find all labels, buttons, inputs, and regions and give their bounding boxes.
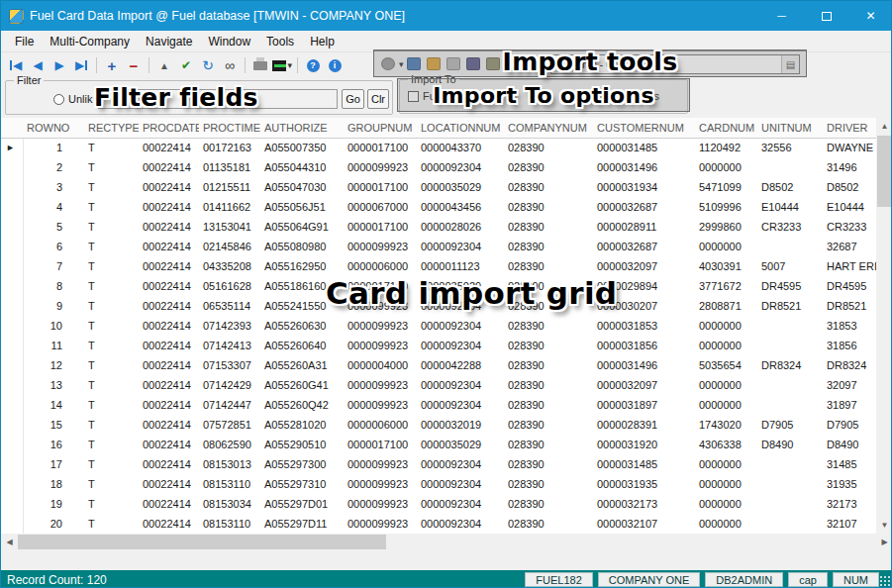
column-header-customernum[interactable]: CUSTOMERNUM (593, 118, 695, 138)
cell-cardnum[interactable]: 4030391 (695, 256, 757, 276)
folder-icon[interactable] (427, 57, 441, 70)
combo-browse-icon[interactable]: ▤ (781, 55, 799, 73)
cell-cardnum[interactable]: 0000000 (695, 336, 757, 355)
link-icon[interactable] (407, 57, 421, 70)
cell-customernum[interactable]: 0000032173 (593, 494, 695, 514)
cell-locationnum[interactable]: 0000092304 (417, 316, 504, 336)
cell-locationnum[interactable]: 0000043456 (417, 197, 504, 217)
cell-cardnum[interactable]: 3771672 (695, 276, 757, 296)
cell-companynum[interactable]: 028390 (504, 454, 593, 474)
cell-driver[interactable]: 32097 (823, 375, 876, 395)
cell-rectype[interactable]: T (84, 435, 139, 454)
cell-unitnum[interactable]: D8490 (757, 435, 823, 454)
menu-tools[interactable]: Tools (258, 33, 302, 50)
cell-driver[interactable]: D8490 (823, 435, 876, 454)
cell-authorize[interactable]: A055064G91 (260, 217, 344, 237)
cell-procdate[interactable]: 00022414 (139, 355, 199, 375)
cell-locationnum[interactable]: 0000028026 (417, 217, 504, 237)
cell-driver[interactable]: 32687 (823, 237, 876, 256)
grid-row[interactable]: 5T0002241413153041A055064G91000001710000… (1, 217, 876, 237)
cell-groupnum[interactable]: 0000099923 (344, 375, 417, 395)
cell-unitnum[interactable]: D7905 (757, 415, 823, 435)
cell-customernum[interactable]: 0000029894 (593, 276, 695, 296)
cell-rectype[interactable]: T (84, 494, 139, 514)
cell-proctime[interactable]: 04335208 (199, 256, 260, 276)
cell-authorize[interactable]: A055047030 (260, 177, 344, 197)
cell-cardnum[interactable]: 0000000 (695, 454, 757, 474)
cell-groupnum[interactable]: 0000099923 (344, 316, 417, 336)
cell-procdate[interactable]: 00022414 (139, 375, 199, 395)
row-selector[interactable] (1, 375, 23, 395)
cell-proctime[interactable]: 07572851 (199, 415, 260, 435)
gear-icon[interactable] (381, 57, 395, 70)
cell-procdate[interactable]: 00022414 (139, 237, 199, 256)
grid-row[interactable]: 2T0002241401135181A055044310000009992300… (1, 157, 876, 177)
cell-rowno[interactable]: 16 (23, 435, 84, 454)
vertical-scroll-thumb[interactable] (877, 136, 892, 207)
filter-input[interactable] (98, 89, 338, 109)
cell-rowno[interactable]: 6 (23, 237, 84, 256)
grid-row[interactable]: 9T0002241406535114A055241550000009992300… (1, 296, 876, 316)
cell-proctime[interactable]: 02145846 (199, 237, 260, 256)
cell-proctime[interactable]: 07142393 (199, 316, 260, 336)
cell-procdate[interactable]: 00022414 (139, 395, 199, 415)
cell-rectype[interactable]: T (84, 237, 139, 256)
cell-proctime[interactable]: 01215511 (199, 177, 260, 197)
cell-locationnum[interactable]: 0000043370 (417, 138, 504, 157)
cell-groupnum[interactable]: 0000017100 (344, 435, 417, 454)
column-header-rectype[interactable]: RECTYPE (84, 118, 139, 138)
cell-driver[interactable]: 31897 (823, 395, 876, 415)
export-button[interactable]: ▾ (272, 55, 292, 75)
cell-unitnum[interactable] (757, 454, 823, 474)
cell-customernum[interactable]: 0000031853 (593, 316, 695, 336)
cell-cardnum[interactable]: 4306338 (695, 435, 757, 454)
cell-rectype[interactable]: T (84, 138, 139, 157)
cell-driver[interactable]: 32173 (823, 494, 876, 514)
cell-authorize[interactable]: A055044310 (260, 157, 344, 177)
cell-groupnum[interactable]: 0000017100 (344, 276, 417, 296)
cell-companynum[interactable]: 028390 (504, 237, 593, 256)
menu-navigate[interactable]: Navigate (138, 33, 200, 50)
cell-customernum[interactable]: 0000031935 (593, 474, 695, 494)
cell-locationnum[interactable]: 0000092304 (417, 514, 504, 534)
cell-proctime[interactable]: 07142429 (199, 375, 260, 395)
cell-companynum[interactable]: 028390 (504, 415, 593, 435)
cell-unitnum[interactable]: DR8521 (757, 296, 823, 316)
cell-rowno[interactable]: 8 (23, 276, 84, 296)
grid-row[interactable]: 10T0002241407142393A05526063000000999230… (1, 316, 876, 336)
cell-proctime[interactable]: 06535114 (199, 296, 260, 316)
cell-authorize[interactable]: A055186160 (260, 276, 344, 296)
cell-procdate[interactable]: 00022414 (139, 494, 199, 514)
cell-companynum[interactable]: 028390 (504, 395, 593, 415)
row-selector[interactable] (1, 355, 23, 375)
column-header-unitnum[interactable]: UNITNUM (757, 118, 823, 138)
cell-customernum[interactable]: 0000028391 (593, 415, 695, 435)
cell-cardnum[interactable]: 0000000 (695, 474, 757, 494)
cell-locationnum[interactable]: 0000092304 (417, 454, 504, 474)
horizontal-scrollbar[interactable]: ◀ ▶ (1, 534, 892, 550)
cell-authorize[interactable]: A055260G41 (260, 375, 344, 395)
cell-groupnum[interactable]: 0000099923 (344, 237, 417, 256)
cell-locationnum[interactable]: 0000035029 (417, 177, 504, 197)
cell-proctime[interactable]: 08153110 (199, 514, 260, 534)
cell-authorize[interactable]: A055162950 (260, 256, 344, 276)
cell-companynum[interactable]: 028390 (504, 157, 593, 177)
cell-companynum[interactable]: 028390 (504, 474, 593, 494)
cell-companynum[interactable]: 028390 (504, 276, 593, 296)
cell-authorize[interactable]: A055260Q42 (260, 395, 344, 415)
grid-row[interactable]: 3T0002241401215511A055047030000001710000… (1, 177, 876, 197)
cell-cardnum[interactable]: 0000000 (695, 237, 757, 256)
row-selector[interactable] (1, 177, 23, 197)
scroll-down-icon[interactable]: ▼ (876, 517, 892, 534)
cell-procdate[interactable]: 00022414 (139, 336, 199, 355)
column-header-locationnum[interactable]: LOCATIONNUM (417, 118, 504, 138)
row-selector[interactable] (1, 415, 23, 435)
cell-procdate[interactable]: 00022414 (139, 474, 199, 494)
cell-companynum[interactable]: 028390 (504, 138, 593, 157)
last-record-button[interactable]: ▶ (71, 55, 91, 75)
vertical-scrollbar[interactable]: ▲ ▼ (876, 118, 892, 534)
help-button[interactable]: ? (303, 55, 323, 75)
cell-locationnum[interactable]: 0000092304 (417, 237, 504, 256)
cell-rectype[interactable]: T (84, 177, 139, 197)
row-selector[interactable] (1, 514, 23, 534)
